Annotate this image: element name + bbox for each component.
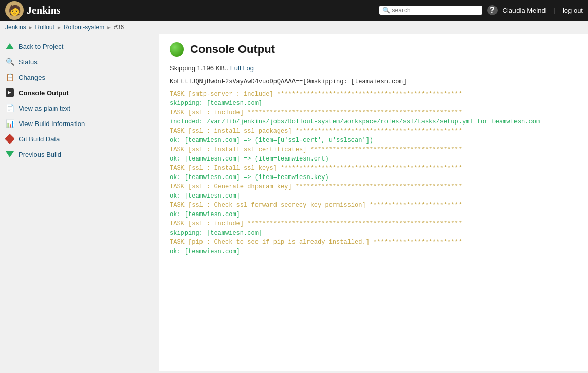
layout: Back to Project 🔍 Status 📋 Changes Conso… — [0, 34, 588, 371]
breadcrumb-rollout[interactable]: Rollout — [35, 24, 54, 31]
console-line: ok: [teamwiesn.com] => (item=teamwiesn.k… — [170, 173, 578, 182]
console-line: included: /var/lib/jenkins/jobs/Rollout-… — [170, 117, 578, 127]
logout-link[interactable]: log out — [563, 7, 583, 14]
console-line: ok: [teamwiesn.com] — [170, 191, 578, 201]
logout-separator: | — [554, 7, 556, 14]
console-line: TASK [ssl : Install ssl keys] **********… — [170, 164, 578, 173]
prev-icon — [5, 150, 14, 159]
sidebar-item-console-output[interactable]: Console Output — [0, 85, 159, 100]
user-name: Claudia Meindl — [503, 7, 547, 14]
sidebar-item-status[interactable]: 🔍 Status — [0, 54, 159, 69]
search-input[interactable] — [392, 7, 479, 14]
main-content: Console Output Skipping 1.196 KB.. Full … — [159, 34, 588, 371]
arrow-up-icon — [5, 42, 14, 51]
help-icon[interactable]: ? — [487, 5, 498, 15]
sidebar-item-previous-build[interactable]: Previous Build — [0, 147, 159, 162]
plaintext-icon: 📄 — [5, 103, 14, 113]
sidebar-label-view-plain-text: View as plain text — [19, 104, 70, 112]
logo-text: Jenkins — [27, 5, 61, 16]
console-line: TASK [ssl : include] *******************… — [170, 108, 578, 117]
git-icon — [5, 134, 14, 144]
console-line: ok: [teamwiesn.com] — [170, 247, 578, 256]
sidebar-label-status: Status — [19, 58, 38, 66]
console-line: TASK [ssl : include] *******************… — [170, 219, 578, 228]
page-title: Console Output — [190, 43, 275, 56]
log-intro: Skipping 1.196 KB.. Full Log — [170, 64, 578, 72]
sidebar-label-console-output: Console Output — [19, 89, 69, 97]
breadcrumb-sep-3: ► — [106, 25, 112, 30]
status-icon: 🔍 — [5, 57, 14, 66]
sidebar-item-git-build-data[interactable]: Git Build Data — [0, 131, 159, 147]
sidebar-label-changes: Changes — [19, 74, 45, 81]
sidebar: Back to Project 🔍 Status 📋 Changes Conso… — [0, 34, 159, 371]
breadcrumb-sep-1: ► — [28, 25, 33, 30]
sidebar-label-back-to-project: Back to Project — [19, 43, 63, 50]
breadcrumb: Jenkins ► Rollout ► Rollout-system ► #36 — [0, 21, 588, 34]
search-container: 🔍 — [379, 6, 482, 15]
console-line: TASK [ssl : Check ssl forward secrecy ke… — [170, 201, 578, 210]
console-line: ok: [teamwiesn.com] — [170, 210, 578, 219]
console-line: ok: [teamwiesn.com] => (item=[u'ssl-cert… — [170, 136, 578, 145]
log-intro-text: Skipping 1.196 KB.. — [170, 64, 228, 72]
console-output-block: TASK [smtp-server : include] ***********… — [170, 90, 578, 256]
sidebar-item-changes[interactable]: 📋 Changes — [0, 69, 159, 85]
log-encoded-line: KoEttlJQNjBwdnF2sVayAwD4vuoDpQAAAA==[0ms… — [170, 78, 578, 85]
sidebar-label-view-build-info: View Build Information — [19, 120, 85, 128]
console-line: TASK [ssl : Install ssl certificates] **… — [170, 145, 578, 154]
sidebar-label-git-build-data: Git Build Data — [19, 135, 60, 143]
sidebar-label-previous-build: Previous Build — [19, 151, 61, 158]
console-line: TASK [ssl : install ssl packages] ******… — [170, 127, 578, 136]
console-title: Console Output — [170, 42, 578, 57]
logo-icon: 🧑 — [5, 1, 24, 20]
header: 🧑 Jenkins 🔍 ? Claudia Meindl | log out — [0, 0, 588, 21]
full-log-link[interactable]: Full Log — [230, 64, 254, 72]
console-line: ok: [teamwiesn.com] => (item=teamwiesn.c… — [170, 154, 578, 164]
breadcrumb-rollout-system[interactable]: Rollout-system — [64, 24, 104, 31]
sidebar-item-view-plain-text[interactable]: 📄 View as plain text — [0, 100, 159, 116]
console-line: TASK [ssl : Generate dhparam key] ******… — [170, 182, 578, 191]
changes-icon: 📋 — [5, 73, 14, 82]
breadcrumb-sep-2: ► — [57, 25, 62, 30]
console-line: TASK [pip : Check to see if pip is alrea… — [170, 238, 578, 247]
console-line: skipping: [teamwiesn.com] — [170, 228, 578, 238]
console-line: TASK [smtp-server : include] ***********… — [170, 90, 578, 99]
console-line: skipping: [teamwiesn.com] — [170, 99, 578, 108]
sidebar-item-view-build-info[interactable]: 📊 View Build Information — [0, 116, 159, 131]
breadcrumb-build-number: #36 — [114, 24, 124, 31]
logo: 🧑 Jenkins — [5, 1, 61, 20]
status-ball — [170, 42, 184, 57]
console-icon — [5, 88, 14, 97]
info-icon: 📊 — [5, 119, 14, 128]
breadcrumb-jenkins[interactable]: Jenkins — [5, 24, 26, 31]
search-icon: 🔍 — [382, 7, 390, 14]
sidebar-item-back-to-project[interactable]: Back to Project — [0, 39, 159, 54]
